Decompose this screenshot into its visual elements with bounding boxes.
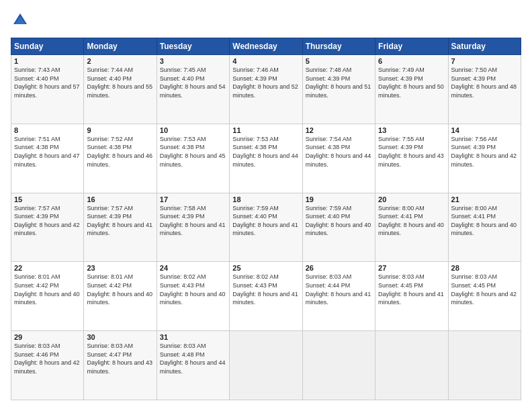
weekday-header: Friday <box>375 38 448 55</box>
day-info: Sunrise: 7:53 AMSunset: 4:38 PMDaylight:… <box>160 136 226 168</box>
day-cell: 21 Sunrise: 8:00 AMSunset: 4:41 PMDaylig… <box>448 193 521 262</box>
day-number: 5 <box>306 57 372 65</box>
logo-icon <box>11 11 30 30</box>
day-number: 4 <box>232 57 299 65</box>
day-cell: 28 Sunrise: 8:03 AMSunset: 4:45 PMDaylig… <box>448 262 521 331</box>
day-cell <box>230 331 302 400</box>
week-row: 1 Sunrise: 7:43 AMSunset: 4:40 PMDayligh… <box>11 55 521 124</box>
day-number: 8 <box>14 126 81 134</box>
day-info: Sunrise: 8:00 AMSunset: 4:41 PMDaylight:… <box>378 205 444 237</box>
day-cell: 18 Sunrise: 7:59 AMSunset: 4:40 PMDaylig… <box>230 193 302 262</box>
weekday-header: Saturday <box>448 38 521 55</box>
day-cell: 2 Sunrise: 7:44 AMSunset: 4:40 PMDayligh… <box>84 55 157 124</box>
day-number: 17 <box>160 195 226 203</box>
day-cell: 25 Sunrise: 8:02 AMSunset: 4:43 PMDaylig… <box>230 262 302 331</box>
day-info: Sunrise: 7:51 AMSunset: 4:38 PMDaylight:… <box>14 136 80 168</box>
header <box>11 11 521 30</box>
day-number: 24 <box>160 264 226 272</box>
day-number: 14 <box>451 126 518 134</box>
day-info: Sunrise: 7:54 AMSunset: 4:38 PMDaylight:… <box>306 136 371 168</box>
day-info: Sunrise: 7:43 AMSunset: 4:40 PMDaylight:… <box>14 66 80 99</box>
day-number: 16 <box>87 195 153 203</box>
day-number: 30 <box>87 333 153 341</box>
day-info: Sunrise: 8:03 AMSunset: 4:46 PMDaylight:… <box>14 342 80 375</box>
day-number: 22 <box>14 264 81 272</box>
day-info: Sunrise: 7:44 AMSunset: 4:40 PMDaylight:… <box>87 66 152 99</box>
day-info: Sunrise: 8:01 AMSunset: 4:42 PMDaylight:… <box>87 273 152 306</box>
weekday-header: Wednesday <box>230 38 302 55</box>
weekday-header: Sunday <box>11 38 84 55</box>
day-cell: 12 Sunrise: 7:54 AMSunset: 4:38 PMDaylig… <box>302 124 375 193</box>
day-cell: 17 Sunrise: 7:58 AMSunset: 4:39 PMDaylig… <box>157 193 229 262</box>
day-number: 12 <box>306 126 372 134</box>
day-cell: 11 Sunrise: 7:53 AMSunset: 4:38 PMDaylig… <box>230 124 302 193</box>
day-number: 11 <box>232 126 299 134</box>
day-number: 26 <box>306 264 372 272</box>
day-info: Sunrise: 8:03 AMSunset: 4:45 PMDaylight:… <box>378 273 444 306</box>
day-number: 20 <box>378 195 445 203</box>
page: SundayMondayTuesdayWednesdayThursdayFrid… <box>0 0 532 411</box>
day-number: 9 <box>87 126 153 134</box>
weekday-header: Thursday <box>302 38 375 55</box>
day-info: Sunrise: 7:50 AMSunset: 4:39 PMDaylight:… <box>451 66 517 99</box>
day-info: Sunrise: 7:52 AMSunset: 4:38 PMDaylight:… <box>87 136 152 168</box>
day-number: 21 <box>451 195 518 203</box>
week-row: 8 Sunrise: 7:51 AMSunset: 4:38 PMDayligh… <box>11 124 521 193</box>
day-info: Sunrise: 8:03 AMSunset: 4:44 PMDaylight:… <box>306 273 371 306</box>
day-number: 2 <box>87 57 153 65</box>
day-cell: 7 Sunrise: 7:50 AMSunset: 4:39 PMDayligh… <box>448 55 521 124</box>
day-cell: 23 Sunrise: 8:01 AMSunset: 4:42 PMDaylig… <box>84 262 157 331</box>
day-info: Sunrise: 8:03 AMSunset: 4:45 PMDaylight:… <box>451 273 517 306</box>
logo <box>11 11 32 30</box>
day-number: 27 <box>378 264 445 272</box>
calendar-table: SundayMondayTuesdayWednesdayThursdayFrid… <box>11 38 521 400</box>
day-number: 6 <box>378 57 445 65</box>
day-cell: 10 Sunrise: 7:53 AMSunset: 4:38 PMDaylig… <box>157 124 229 193</box>
day-cell: 19 Sunrise: 7:59 AMSunset: 4:40 PMDaylig… <box>302 193 375 262</box>
day-info: Sunrise: 8:02 AMSunset: 4:43 PMDaylight:… <box>160 273 226 306</box>
day-cell: 31 Sunrise: 8:03 AMSunset: 4:48 PMDaylig… <box>157 331 229 400</box>
day-number: 3 <box>160 57 226 65</box>
day-number: 10 <box>160 126 226 134</box>
day-number: 1 <box>14 57 81 65</box>
day-info: Sunrise: 8:03 AMSunset: 4:47 PMDaylight:… <box>87 342 152 375</box>
day-number: 28 <box>451 264 518 272</box>
day-number: 13 <box>378 126 445 134</box>
day-info: Sunrise: 7:57 AMSunset: 4:39 PMDaylight:… <box>87 205 152 237</box>
day-info: Sunrise: 7:46 AMSunset: 4:39 PMDaylight:… <box>232 66 298 99</box>
day-cell: 22 Sunrise: 8:01 AMSunset: 4:42 PMDaylig… <box>11 262 84 331</box>
day-info: Sunrise: 7:56 AMSunset: 4:39 PMDaylight:… <box>451 136 517 168</box>
day-cell <box>375 331 448 400</box>
day-info: Sunrise: 7:49 AMSunset: 4:39 PMDaylight:… <box>378 66 444 99</box>
day-number: 15 <box>14 195 81 203</box>
day-cell: 13 Sunrise: 7:55 AMSunset: 4:39 PMDaylig… <box>375 124 448 193</box>
day-cell: 27 Sunrise: 8:03 AMSunset: 4:45 PMDaylig… <box>375 262 448 331</box>
weekday-header-row: SundayMondayTuesdayWednesdayThursdayFrid… <box>11 38 521 55</box>
day-number: 19 <box>306 195 372 203</box>
day-info: Sunrise: 8:02 AMSunset: 4:43 PMDaylight:… <box>232 273 298 306</box>
day-info: Sunrise: 7:53 AMSunset: 4:38 PMDaylight:… <box>232 136 298 168</box>
week-row: 15 Sunrise: 7:57 AMSunset: 4:39 PMDaylig… <box>11 193 521 262</box>
day-number: 7 <box>451 57 518 65</box>
day-cell <box>448 331 521 400</box>
day-cell: 29 Sunrise: 8:03 AMSunset: 4:46 PMDaylig… <box>11 331 84 400</box>
day-info: Sunrise: 8:00 AMSunset: 4:41 PMDaylight:… <box>451 205 517 237</box>
weekday-header: Tuesday <box>157 38 229 55</box>
day-cell: 16 Sunrise: 7:57 AMSunset: 4:39 PMDaylig… <box>84 193 157 262</box>
day-info: Sunrise: 8:01 AMSunset: 4:42 PMDaylight:… <box>14 273 80 306</box>
day-cell <box>302 331 375 400</box>
week-row: 22 Sunrise: 8:01 AMSunset: 4:42 PMDaylig… <box>11 262 521 331</box>
day-number: 25 <box>232 264 299 272</box>
day-info: Sunrise: 7:58 AMSunset: 4:39 PMDaylight:… <box>160 205 226 237</box>
day-cell: 30 Sunrise: 8:03 AMSunset: 4:47 PMDaylig… <box>84 331 157 400</box>
day-info: Sunrise: 7:45 AMSunset: 4:40 PMDaylight:… <box>160 66 226 99</box>
day-cell: 24 Sunrise: 8:02 AMSunset: 4:43 PMDaylig… <box>157 262 229 331</box>
day-cell: 1 Sunrise: 7:43 AMSunset: 4:40 PMDayligh… <box>11 55 84 124</box>
day-info: Sunrise: 7:59 AMSunset: 4:40 PMDaylight:… <box>232 205 298 237</box>
day-cell: 3 Sunrise: 7:45 AMSunset: 4:40 PMDayligh… <box>157 55 229 124</box>
day-cell: 8 Sunrise: 7:51 AMSunset: 4:38 PMDayligh… <box>11 124 84 193</box>
day-cell: 4 Sunrise: 7:46 AMSunset: 4:39 PMDayligh… <box>230 55 302 124</box>
day-number: 31 <box>160 333 226 341</box>
day-cell: 20 Sunrise: 8:00 AMSunset: 4:41 PMDaylig… <box>375 193 448 262</box>
day-cell: 9 Sunrise: 7:52 AMSunset: 4:38 PMDayligh… <box>84 124 157 193</box>
